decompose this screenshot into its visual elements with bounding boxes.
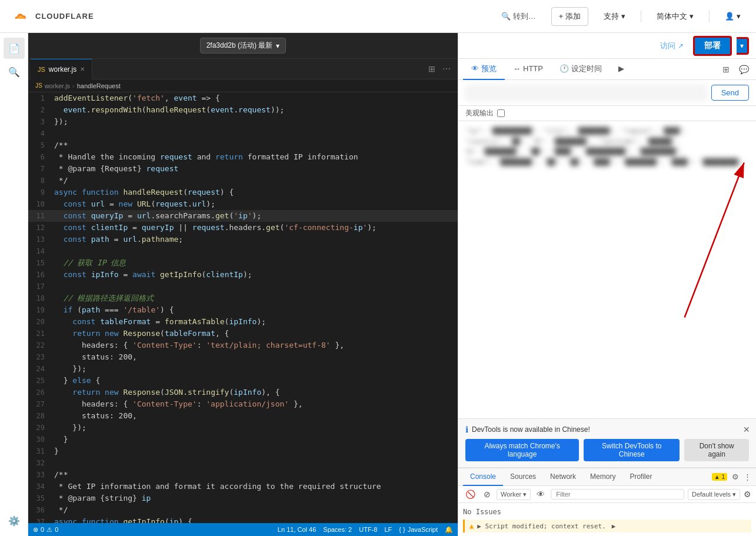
chevron-deploy-icon: ▾: [276, 42, 279, 50]
notif-title: DevTools is now available in Chinese!: [472, 425, 590, 434]
breadcrumb-file: JS worker.js: [35, 82, 70, 89]
tab-schedule[interactable]: 🕐 设定时间: [551, 59, 610, 80]
code-line: 11 const queryIp = url.searchParams.get(…: [28, 210, 458, 222]
clear-console-icon[interactable]: 🚫: [463, 488, 478, 500]
status-errors[interactable]: ⊗ 0 ⚠ 0: [33, 526, 58, 534]
always-match-btn[interactable]: Always match Chrome's language: [465, 439, 579, 461]
switch-devtools-btn[interactable]: Switch DevTools to Chinese: [584, 439, 680, 461]
support-menu[interactable]: 支持 ▾: [598, 8, 631, 25]
code-line: 28 status: 200,: [28, 410, 458, 422]
code-line: 15 // 获取 IP 信息: [28, 257, 458, 269]
lang-menu[interactable]: 简体中文 ▾: [651, 8, 700, 25]
code-line: 34 * Get IP information and format it ac…: [28, 481, 458, 492]
tab-bar: JS worker.js ✕ ⊞ ⋯: [28, 59, 458, 79]
code-line: 13 const path = url.pathname;: [28, 234, 458, 245]
tab-terminal[interactable]: ▶: [610, 59, 632, 80]
discord-icon[interactable]: 💬: [737, 64, 751, 75]
code-line: 16 const ipInfo = await getIpInfo(client…: [28, 269, 458, 281]
deploy-selector[interactable]: 2fa3dd2b (活动) 最新 ▾: [200, 38, 287, 54]
code-line: 21 return new Response(tableFormat, {: [28, 328, 458, 339]
right-topbar: 访问 ↗ 部署 ▾: [458, 33, 756, 59]
split-view-icon[interactable]: ⊞: [720, 64, 732, 75]
clock-icon: 🕐: [559, 64, 569, 73]
schedule-tab-label: 设定时间: [571, 64, 602, 74]
visit-link[interactable]: 访问 ↗: [660, 41, 684, 51]
add-button[interactable]: + 添加: [551, 7, 588, 26]
devtools-tab-console[interactable]: Console: [463, 468, 503, 486]
breadcrumb-function: handleRequest: [77, 82, 121, 89]
deploy-button[interactable]: 部署: [693, 36, 732, 56]
code-line: 10 const url = new URL(request.url);: [28, 198, 458, 210]
devtools-gear-icon[interactable]: ⚙: [732, 472, 739, 481]
split-editor-icon[interactable]: ⊞: [426, 63, 438, 75]
beautify-checkbox[interactable]: [497, 109, 505, 117]
dont-show-again-btn[interactable]: Don't show again: [684, 439, 749, 461]
status-bell[interactable]: 🔔: [445, 526, 453, 534]
goto-label: 转到…: [513, 11, 536, 22]
devtools-content: No Issues ▲ ▶ Script modified; context r…: [458, 503, 756, 536]
lang-value: JavaScript: [408, 526, 438, 533]
sidebar-icon-pages[interactable]: 📄: [4, 38, 25, 59]
search-icon-2: 🔍: [8, 66, 20, 78]
eye-icon[interactable]: 👁: [534, 488, 547, 500]
top-nav: CLOUDFLARE 🔍 转到… + 添加 支持 ▾ 简体中文 ▾ 👤 ▾: [0, 0, 756, 33]
tab-preview[interactable]: 👁 预览: [463, 59, 505, 80]
user-menu[interactable]: 👤 ▾: [719, 8, 747, 24]
code-line: 6 * Handle the incoming request and retu…: [28, 151, 458, 163]
status-eol[interactable]: LF: [384, 526, 392, 534]
devtools-tab-memory[interactable]: Memory: [583, 468, 622, 486]
devtools-tab-profiler[interactable]: Profiler: [622, 468, 659, 486]
code-editor[interactable]: 1addEventListener('fetch', event => {2 e…: [28, 92, 458, 523]
terminal-icon: ▶: [618, 64, 624, 73]
code-line: 20 const tableFormat = formatAsTable(ipI…: [28, 316, 458, 328]
search-icon: 🔍: [501, 12, 511, 21]
devtools-tab-sources[interactable]: Sources: [503, 468, 543, 486]
notif-close-btn[interactable]: ✕: [743, 425, 750, 434]
filter-input[interactable]: [551, 489, 684, 500]
deploy-dropdown-icon[interactable]: ▾: [737, 37, 749, 55]
chevron-down-icon-3: ▾: [737, 12, 741, 21]
url-input[interactable]: [465, 85, 707, 101]
sidebar-icon-search[interactable]: 🔍: [4, 61, 25, 82]
sources-tab-label: Sources: [510, 472, 536, 481]
send-button[interactable]: Send: [711, 85, 749, 101]
console-expand-icon[interactable]: ▶: [612, 522, 616, 530]
bell-icon: 🔔: [445, 526, 453, 534]
worker-filter-select[interactable]: Worker ▾: [497, 489, 531, 500]
devtools-more-icon[interactable]: ⋮: [744, 472, 751, 481]
code-line: 30 }: [28, 434, 458, 445]
sidebar-icon-settings[interactable]: ⚙️: [4, 510, 25, 531]
svg-line-1: [685, 162, 744, 317]
lang-label-2: { }: [399, 526, 405, 533]
status-encoding[interactable]: UTF-8: [359, 526, 377, 534]
console-settings-icon[interactable]: ⚙: [744, 490, 751, 499]
levels-select[interactable]: Default levels ▾: [688, 489, 740, 500]
logo-area: CLOUDFLARE: [9, 8, 94, 25]
devtools-tab-network[interactable]: Network: [543, 468, 583, 486]
visit-label: 访问: [660, 41, 675, 51]
block-icon[interactable]: ⊘: [481, 488, 493, 500]
code-line: 27 headers: { 'Content-Type': 'applicati…: [28, 398, 458, 410]
eol-label: LF: [384, 526, 392, 533]
goto-button[interactable]: 🔍 转到…: [495, 8, 542, 25]
code-line: 29 });: [28, 422, 458, 434]
preview-content: Send 美观输出 "ip": "██████████", "city": "█…: [458, 80, 756, 418]
network-tab-label: Network: [550, 472, 576, 481]
status-spaces[interactable]: Spaces: 2: [323, 526, 352, 534]
warning-icon: ⚠: [46, 526, 52, 534]
warning-triangle-icon: ▲: [469, 522, 474, 530]
tab-label: worker.js: [49, 65, 76, 74]
editor-tab-workerjs[interactable]: JS worker.js ✕: [31, 59, 92, 79]
status-position[interactable]: Ln 11, Col 46: [278, 526, 316, 534]
tab-http[interactable]: ↔ HTTP: [505, 59, 551, 80]
no-issues-label: No Issues: [463, 505, 751, 518]
chevron-levels-icon: ▾: [732, 491, 736, 498]
status-lang[interactable]: { } JavaScript: [399, 526, 438, 534]
tab-close-btn[interactable]: ✕: [80, 66, 85, 72]
cloudflare-logo: [9, 8, 31, 25]
worker-filter-label: Worker: [501, 491, 521, 498]
code-line: 1addEventListener('fetch', event => {: [28, 92, 458, 104]
chevron-filter-icon: ▾: [523, 491, 527, 498]
more-actions-icon[interactable]: ⋯: [440, 63, 453, 75]
beautify-label: 美观输出: [465, 108, 494, 118]
